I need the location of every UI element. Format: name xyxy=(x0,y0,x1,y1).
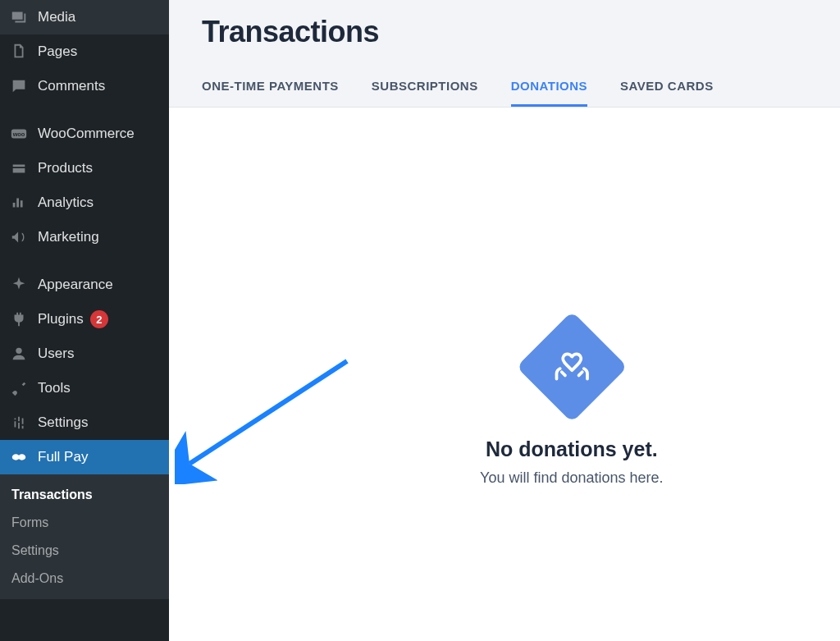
sidebar-item-analytics[interactable]: Analytics xyxy=(0,185,169,220)
sidebar-item-appearance[interactable]: Appearance xyxy=(0,268,169,302)
sidebar-item-label: Marketing xyxy=(38,229,99,245)
sidebar-item-products[interactable]: Products xyxy=(0,151,169,185)
sidebar-item-pages[interactable]: Pages xyxy=(0,34,169,69)
empty-title: No donations yet. xyxy=(480,437,664,461)
sidebar-spacer xyxy=(0,254,169,268)
sidebar-item-label: Full Pay xyxy=(38,449,88,465)
sidebar-item-marketing[interactable]: Marketing xyxy=(0,220,169,254)
tab-content: No donations yet. You will find donation… xyxy=(169,108,840,641)
svg-point-4 xyxy=(18,454,25,460)
sidebar-item-label: WooCommerce xyxy=(38,126,135,142)
submenu-addons[interactable]: Add-Ons xyxy=(0,565,169,593)
analytics-icon xyxy=(10,194,28,212)
tab-saved-cards[interactable]: SAVED CARDS xyxy=(620,69,714,107)
sidebar-item-tools[interactable]: Tools xyxy=(0,371,169,405)
sidebar-item-label: Tools xyxy=(38,380,71,396)
marketing-icon xyxy=(10,228,28,246)
pages-icon xyxy=(10,43,28,61)
sidebar-item-label: Appearance xyxy=(38,277,113,293)
svg-text:woo: woo xyxy=(12,130,25,138)
submenu-settings[interactable]: Settings xyxy=(0,537,169,565)
appearance-icon xyxy=(10,276,28,294)
sidebar-item-label: Settings xyxy=(38,414,88,431)
main-content: Transactions ONE-TIME PAYMENTS SUBSCRIPT… xyxy=(169,0,840,641)
page-header: Transactions ONE-TIME PAYMENTS SUBSCRIPT… xyxy=(169,0,840,108)
update-badge: 2 xyxy=(90,310,108,328)
tab-one-time[interactable]: ONE-TIME PAYMENTS xyxy=(202,69,339,107)
sidebar-item-label: Analytics xyxy=(38,195,94,211)
empty-subtitle: You will find donations here. xyxy=(480,469,664,487)
sidebar-item-label: Pages xyxy=(38,43,77,60)
empty-state: No donations yet. You will find donation… xyxy=(480,327,664,487)
tab-subscriptions[interactable]: SUBSCRIPTIONS xyxy=(372,69,478,107)
svg-point-2 xyxy=(16,348,21,354)
admin-sidebar: Media Pages Comments woo WooCommerce Pro… xyxy=(0,0,169,641)
page-title: Transactions xyxy=(202,15,807,49)
users-icon xyxy=(10,345,28,363)
submenu-forms[interactable]: Forms xyxy=(0,509,169,537)
sidebar-item-label: Users xyxy=(38,346,74,362)
sidebar-item-label: Media xyxy=(38,9,75,25)
sidebar-item-settings[interactable]: Settings xyxy=(0,405,169,440)
tools-icon xyxy=(10,379,28,397)
plugins-icon xyxy=(10,310,28,328)
transaction-tabs: ONE-TIME PAYMENTS SUBSCRIPTIONS DONATION… xyxy=(202,69,807,107)
donation-icon xyxy=(516,311,628,423)
sidebar-item-media[interactable]: Media xyxy=(0,0,169,34)
sidebar-spacer xyxy=(0,103,169,117)
sidebar-item-plugins[interactable]: Plugins 2 xyxy=(0,302,169,337)
settings-icon xyxy=(10,414,28,432)
sidebar-item-fullpay[interactable]: Full Pay xyxy=(0,440,169,474)
sidebar-item-label: Comments xyxy=(38,78,105,94)
sidebar-item-comments[interactable]: Comments xyxy=(0,69,169,103)
comments-icon xyxy=(10,77,28,95)
fullpay-submenu: Transactions Forms Settings Add-Ons xyxy=(0,474,169,599)
sidebar-item-label: Products xyxy=(38,160,93,176)
sidebar-item-users[interactable]: Users xyxy=(0,337,169,371)
fullpay-icon xyxy=(10,448,28,466)
woocommerce-icon: woo xyxy=(10,125,28,143)
media-icon xyxy=(10,8,28,26)
tab-donations[interactable]: DONATIONS xyxy=(511,69,587,107)
submenu-transactions[interactable]: Transactions xyxy=(0,481,169,509)
products-icon xyxy=(10,159,28,177)
sidebar-item-woocommerce[interactable]: woo WooCommerce xyxy=(0,117,169,151)
sidebar-item-label: Plugins xyxy=(38,311,84,327)
